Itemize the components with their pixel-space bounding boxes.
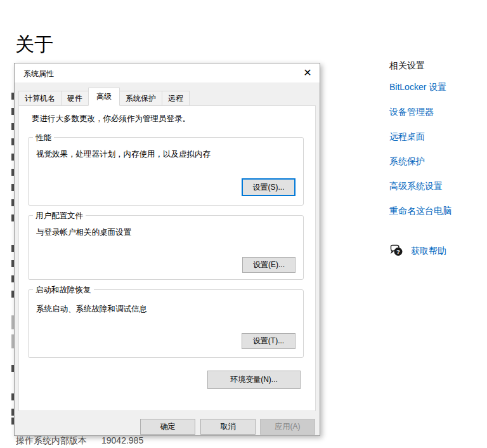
user-profiles-group: 用户配置文件 与登录帐户相关的桌面设置 设置(E)... [28, 215, 304, 280]
sidebar-link-bitlocker[interactable]: BitLocker 设置 [389, 82, 446, 93]
ok-button[interactable]: 确定 [140, 419, 195, 435]
cancel-button[interactable]: 取消 [200, 419, 256, 435]
startup-recovery-settings-button[interactable]: 设置(T)... [242, 333, 295, 349]
system-properties-dialog: 系统属性 ✕ 计算机名 硬件 高级 系统保护 远程 要进行大多数更改，你必须作为… [14, 63, 320, 436]
get-help-link[interactable]: 获取帮助 [411, 246, 446, 257]
os-build-value: 19042.985 [101, 435, 143, 445]
tab-remote[interactable]: 远程 [162, 91, 190, 106]
sidebar-link-rename-pc[interactable]: 重命名这台电脑 [389, 206, 451, 217]
help-bubble-icon: ? [389, 243, 404, 258]
related-settings-header: 相关设置 [389, 60, 425, 72]
environment-variables-button[interactable]: 环境变量(N)... [207, 371, 301, 389]
apply-button[interactable]: 应用(A) [260, 419, 315, 435]
tab-advanced[interactable]: 高级 [88, 88, 120, 106]
svg-text:?: ? [396, 248, 400, 255]
tab-system-protection[interactable]: 系统保护 [119, 91, 162, 106]
user-profiles-description: 与登录帐户相关的桌面设置 [36, 227, 131, 238]
admin-note: 要进行大多数更改，你必须作为管理员登录。 [32, 114, 190, 124]
close-icon[interactable]: ✕ [298, 65, 317, 81]
performance-group: 性能 视觉效果，处理器计划，内存使用，以及虚拟内存 设置(S)... [28, 137, 304, 206]
user-profiles-settings-button[interactable]: 设置(E)... [242, 257, 295, 273]
sidebar-link-device-manager[interactable]: 设备管理器 [389, 107, 434, 118]
sidebar-link-system-protection[interactable]: 系统保护 [389, 156, 425, 168]
sidebar-link-advanced-system-settings[interactable]: 高级系统设置 [389, 181, 443, 192]
user-profiles-group-label: 用户配置文件 [33, 211, 86, 221]
startup-recovery-description: 系统启动、系统故障和调试信息 [36, 304, 147, 315]
startup-recovery-group: 启动和故障恢复 系统启动、系统故障和调试信息 设置(T)... [28, 289, 304, 358]
os-build-label: 操作系统内部版本 [16, 435, 87, 447]
tab-strip: 计算机名 硬件 高级 系统保护 远程 [18, 88, 189, 106]
page-title: 关于 [15, 32, 53, 58]
dialog-title: 系统属性 [23, 69, 54, 79]
sidebar-link-remote-desktop[interactable]: 远程桌面 [389, 131, 425, 143]
tab-computer-name[interactable]: 计算机名 [18, 91, 62, 106]
performance-description: 视觉效果，处理器计划，内存使用，以及虚拟内存 [36, 149, 211, 160]
tab-hardware[interactable]: 硬件 [61, 91, 89, 106]
dialog-titlebar: 系统属性 ✕ [15, 63, 320, 82]
performance-group-label: 性能 [33, 133, 54, 143]
performance-settings-button[interactable]: 设置(S)... [242, 178, 295, 196]
advanced-tab-page: 要进行大多数更改，你必须作为管理员登录。 性能 视觉效果，处理器计划，内存使用，… [18, 105, 316, 411]
startup-recovery-group-label: 启动和故障恢复 [33, 285, 94, 296]
